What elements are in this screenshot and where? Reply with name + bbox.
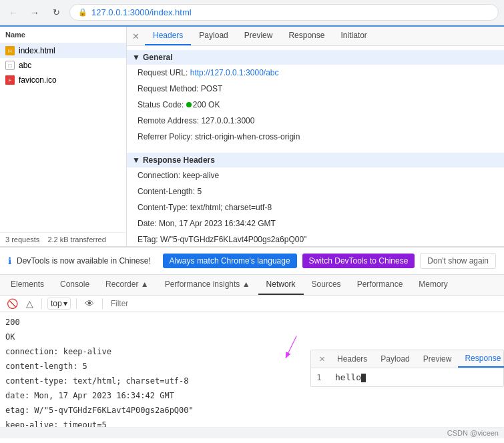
tab-response[interactable]: Response [280, 27, 332, 45]
response-mini-content: 1 hello [311, 368, 503, 386]
lock-icon: 🔒 [78, 8, 87, 17]
devtools-panel: Name H index.html □ abc F favicon.ico 3 … [0, 25, 504, 438]
list-item[interactable]: F favicon.ico [0, 73, 126, 87]
transfer-size: 2.2 kB transferred [47, 236, 105, 244]
eye-icon-button[interactable]: 👁 [82, 297, 97, 310]
switch-language-button[interactable]: Switch DevTools to Chinese [302, 254, 415, 268]
back-button[interactable]: ← [5, 5, 21, 21]
url-text: 127.0.0.1:3000/index.html [91, 7, 192, 17]
file-list-header: Name [0, 27, 126, 43]
tab-headers[interactable]: Headers [145, 27, 191, 45]
dropdown-arrow-icon: ▾ [63, 299, 67, 308]
console-line: keep-alive: timeout=5 [0, 418, 504, 427]
filter-toggle-button[interactable]: △ [23, 297, 36, 310]
content-length-row: Content-Length: 5 [127, 183, 504, 199]
request-detail: ✕ Headers Payload Preview Response Initi… [127, 27, 504, 246]
toolbar-separator [102, 298, 103, 309]
list-item[interactable]: H index.html [0, 43, 126, 58]
response-headers-section: ▼ Response Headers Connection: keep-aliv… [127, 149, 504, 246]
dismiss-banner-button[interactable]: Don't show again [420, 253, 496, 269]
console-line: etag: W/"5-qvTGHdzF6KLavt4P00gs2a6pQ00" [0, 403, 504, 418]
response-mini-tabs: ✕ Headers Payload Preview Response [311, 350, 503, 368]
referrer-policy-row: Referrer Policy: strict-origin-when-cros… [127, 129, 504, 145]
reload-button[interactable]: ↻ [48, 5, 64, 21]
clear-console-button[interactable]: 🚫 [4, 297, 21, 310]
tab-sources[interactable]: Sources [304, 275, 349, 295]
abc-file-icon: □ [5, 61, 15, 70]
browser-chrome: ← → ↻ 🔒 127.0.0.1:3000/index.html [0, 0, 504, 25]
tab-performance[interactable]: Performance [349, 275, 411, 295]
tab-preview[interactable]: Preview [236, 27, 281, 45]
connection-row: Connection: keep-alive [127, 167, 504, 183]
request-url-row: Request URL: http://127.0.0.1:3000/abc [127, 65, 504, 81]
favicon-file-icon: F [5, 75, 15, 85]
console-line: 200 [0, 315, 504, 330]
forward-button[interactable]: → [27, 5, 43, 21]
remote-address-row: Remote Address: 127.0.0.1:3000 [127, 113, 504, 129]
tab-initiator[interactable]: Initiator [332, 27, 374, 45]
browser-toolbar: ← → ↻ 🔒 127.0.0.1:3000/index.html [0, 0, 504, 25]
console-filter-input[interactable] [108, 298, 500, 310]
tab-recorder[interactable]: Recorder ▲ [97, 275, 157, 295]
response-headers-section-header[interactable]: ▼ Response Headers [127, 153, 504, 167]
info-icon: ℹ [8, 256, 11, 266]
response-mini-panel: ✕ Headers Payload Preview Response 1 hel… [310, 350, 504, 387]
address-bar[interactable]: 🔒 127.0.0.1:3000/index.html [69, 4, 499, 21]
console-toolbar: 🚫 △ top ▾ 👁 [0, 296, 504, 312]
network-stats: 3 requests 2.2 kB transferred [0, 232, 126, 246]
language-banner: ℹ DevTools is now available in Chinese! … [0, 247, 504, 275]
match-language-button[interactable]: Always match Chrome's language [163, 254, 297, 268]
response-line: 1 hello [316, 372, 498, 382]
context-selector[interactable]: top ▾ [47, 298, 71, 310]
status-code-row: Status Code: 200 OK [127, 97, 504, 113]
request-count: 3 requests [5, 236, 39, 244]
watermark-text: CSDN @viceen [447, 429, 499, 437]
section-label: General [143, 53, 173, 62]
console-area: 🚫 △ top ▾ 👁 200 OK connection: keep-aliv… [0, 296, 504, 438]
tab-elements[interactable]: Elements [3, 275, 52, 295]
file-name: abc [19, 61, 31, 70]
tab-memory[interactable]: Memory [411, 275, 455, 295]
mini-tab-payload[interactable]: Payload [374, 351, 416, 367]
request-method-row: Request Method: POST [127, 81, 504, 97]
file-list: Name H index.html □ abc F favicon.ico 3 … [0, 27, 127, 246]
tab-network[interactable]: Network [258, 275, 304, 295]
general-section-header[interactable]: ▼ General [127, 50, 504, 65]
tab-console[interactable]: Console [52, 275, 97, 295]
close-tab-button[interactable]: ✕ [127, 29, 145, 44]
bottom-bar: CSDN @viceen [0, 427, 504, 438]
tab-performance-insights[interactable]: Performance insights ▲ [157, 275, 258, 295]
list-item[interactable]: □ abc [0, 58, 126, 73]
console-line: OK [0, 330, 504, 344]
console-output: 200 OK connection: keep-alive content-le… [0, 312, 504, 427]
file-name: index.html [19, 46, 55, 55]
file-name: favicon.ico [19, 75, 57, 85]
console-line: date: Mon, 17 Apr 2023 16:34:42 GMT [0, 388, 504, 403]
network-panel: Name H index.html □ abc F favicon.ico 3 … [0, 27, 504, 247]
mini-tab-headers[interactable]: Headers [330, 351, 374, 367]
toolbar-separator [41, 298, 42, 309]
toolbar-separator [76, 298, 77, 309]
date-row: Date: Mon, 17 Apr 2023 16:34:42 GMT [127, 215, 504, 232]
tab-payload[interactable]: Payload [191, 27, 236, 45]
mini-tab-response[interactable]: Response [458, 350, 504, 368]
collapse-icon: ▼ [132, 53, 140, 62]
etag-row: ETag: W/"5-qvTGHdzF6KLavt4P00gs2a6pQ00" [127, 232, 504, 246]
detail-tabs: ✕ Headers Payload Preview Response Initi… [127, 27, 504, 46]
section-label: Response Headers [143, 155, 215, 165]
close-mini-panel-button[interactable]: ✕ [314, 352, 330, 366]
text-cursor [361, 374, 366, 382]
html-file-icon: H [5, 46, 15, 55]
mini-tab-preview[interactable]: Preview [417, 351, 459, 367]
collapse-icon: ▼ [132, 155, 140, 165]
general-section: ▼ General Request URL: http://127.0.0.1:… [127, 46, 504, 149]
content-type-row: Content-Type: text/html; charset=utf-8 [127, 199, 504, 215]
devtools-tabs: Elements Console Recorder ▲ Performance … [0, 275, 504, 296]
banner-text: DevTools is now available in Chinese! [17, 256, 158, 266]
